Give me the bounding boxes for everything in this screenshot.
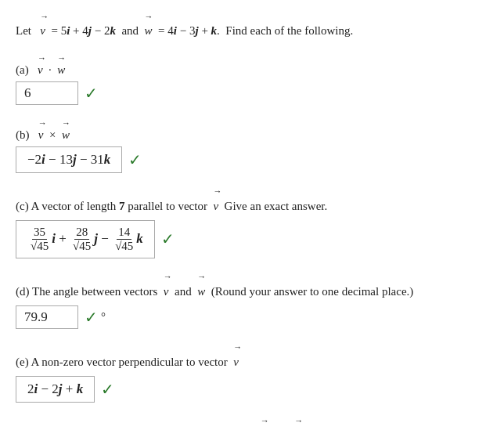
- part-b: (b) v × w −2i − 13j − 31k ✓: [16, 119, 488, 173]
- part-a-answer-row: 6 ✓: [16, 81, 98, 105]
- v-vector-label: v: [40, 13, 45, 40]
- part-e-checkmark: ✓: [101, 380, 114, 399]
- part-a-label: (a) v · w: [16, 54, 488, 77]
- part-d-value: 79.9: [24, 309, 48, 325]
- part-a-v: v: [38, 54, 43, 77]
- part-c-frac2: 28 √45: [71, 226, 92, 253]
- part-b-value: −2i − 13j − 31k: [27, 152, 110, 168]
- find-instruction: Find each of the following.: [225, 24, 353, 37]
- part-a-w: w: [57, 54, 65, 77]
- part-c-frac1: 35 √45: [29, 226, 50, 253]
- part-e: (e) A non-zero vector perpendicular to v…: [16, 343, 488, 403]
- part-b-label: (b) v × w: [16, 119, 488, 142]
- w-vector-label: w: [145, 13, 153, 40]
- part-b-w: w: [62, 119, 70, 142]
- part-c-den3: √45: [113, 240, 135, 253]
- part-a-answer-box[interactable]: 6: [16, 81, 78, 105]
- part-f-w: w: [294, 417, 302, 431]
- part-e-answer-box[interactable]: 2i − 2j + k: [16, 376, 95, 403]
- part-e-v: v: [233, 343, 239, 371]
- part-e-answer-row: 2i − 2j + k ✓: [16, 376, 114, 403]
- part-b-v: v: [38, 119, 44, 142]
- part-f-v: v: [261, 417, 266, 431]
- part-d-v: v: [164, 273, 169, 301]
- part-b-answer-box[interactable]: −2i − 13j − 31k: [16, 146, 122, 173]
- part-f-description: (f) A non-zero vector perpendicular to b…: [16, 417, 488, 431]
- part-d-answer-box[interactable]: 79.9: [16, 305, 78, 329]
- part-b-checkmark: ✓: [128, 150, 142, 169]
- part-c-answer-box[interactable]: 35 √45 i + 28 √45 j − 14 √45 k: [16, 220, 155, 258]
- and-connector-2: and: [175, 285, 192, 298]
- part-f: (f) A non-zero vector perpendicular to b…: [16, 417, 488, 431]
- part-d: (d) The angle between vectors v and w (R…: [16, 273, 488, 329]
- problem-statement: Let v = 5i + 4j − 2k and w = 4i − 3j + k…: [16, 13, 488, 40]
- part-c-den1: √45: [29, 240, 50, 253]
- part-c-answer-row: 35 √45 i + 28 √45 j − 14 √45 k ✓: [16, 220, 175, 258]
- part-c-num1: 35: [32, 226, 47, 240]
- part-b-answer-row: −2i − 13j − 31k ✓: [16, 146, 142, 173]
- part-c-frac3: 14 √45: [113, 226, 135, 253]
- part-c-num2: 28: [74, 226, 89, 240]
- part-c-v: v: [213, 187, 218, 215]
- part-c-den2: √45: [71, 240, 92, 253]
- part-a-checkmark: ✓: [85, 84, 98, 103]
- part-d-w: w: [197, 273, 205, 301]
- part-c: (c) A vector of length 7 parallel to vec…: [16, 187, 488, 258]
- part-c-num3: 14: [117, 226, 131, 240]
- part-e-description: (e) A non-zero vector perpendicular to v…: [16, 343, 488, 371]
- part-c-checkmark: ✓: [161, 229, 175, 248]
- part-d-checkmark: ✓: [85, 308, 98, 327]
- part-d-degree: °: [101, 310, 106, 323]
- and-connector-1: and: [121, 24, 139, 37]
- part-a-value: 6: [24, 85, 31, 101]
- part-d-answer-row: 79.9 ✓ °: [16, 305, 106, 329]
- part-e-value: 2i − 2j + k: [27, 381, 83, 397]
- part-d-description: (d) The angle between vectors v and w (R…: [16, 273, 488, 301]
- part-c-description: (c) A vector of length 7 parallel to vec…: [16, 187, 488, 215]
- part-a: (a) v · w 6 ✓: [16, 54, 488, 105]
